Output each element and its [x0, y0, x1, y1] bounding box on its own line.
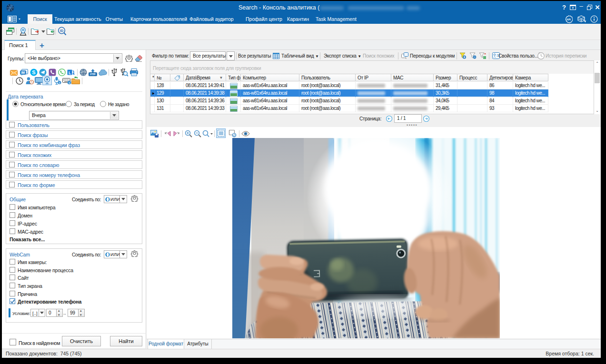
svg-text:ID: ID [60, 29, 63, 32]
svg-text:S: S [32, 69, 35, 75]
svg-text:FTP: FTP [90, 73, 96, 76]
svg-text:L: L [69, 70, 71, 75]
svg-text:API: API [566, 18, 571, 21]
svg-text:HTTP: HTTP [80, 71, 86, 74]
svg-text:IM: IM [21, 71, 25, 74]
